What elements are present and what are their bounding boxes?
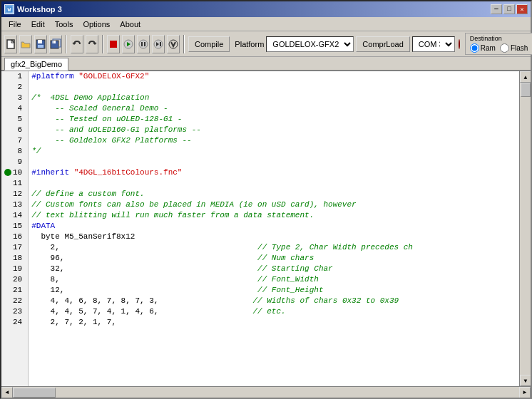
code-line-14: // text blitting will run much faster fr…: [31, 210, 516, 221]
code-editor[interactable]: #platform "GOLDELOX-GFX2"/* 4DSL Demo Ap…: [29, 71, 519, 386]
ram-label: Ram: [481, 44, 496, 52]
scroll-track-v[interactable]: [520, 83, 531, 375]
vertical-scrollbar[interactable]: ▲ ▼: [519, 71, 531, 386]
code-line-6: -- and uOLED160-G1 platforms --: [31, 125, 516, 135]
app-title: Workshop 3: [17, 5, 62, 14]
flash-radio[interactable]: [500, 43, 509, 53]
tab-bar: gfx2_BigDemo: [1, 57, 531, 71]
code-line-11: [31, 178, 516, 189]
separator-3: [183, 35, 185, 53]
scroll-thumb-v[interactable]: [521, 83, 531, 97]
svg-rect-6: [38, 40, 42, 43]
menu-about[interactable]: About: [116, 19, 145, 30]
code-line-18: 96, // Num chars: [31, 253, 516, 264]
platform-label: Platform: [235, 40, 264, 48]
destination-label: Destination: [470, 35, 528, 42]
run-button[interactable]: [122, 35, 135, 53]
menu-tools[interactable]: Tools: [51, 19, 78, 30]
ram-radio[interactable]: [470, 43, 479, 53]
code-line-15: #DATA: [31, 221, 516, 232]
destination-group: Destination Ram Flash: [465, 33, 532, 55]
menu-bar: File Edit Tools Options About: [1, 17, 531, 31]
scroll-left-button[interactable]: ◄: [1, 387, 13, 398]
flash-radio-label[interactable]: Flash: [500, 43, 528, 53]
scroll-track-h[interactable]: [13, 388, 519, 398]
svg-point-13: [139, 40, 148, 48]
save-button[interactable]: [34, 35, 47, 53]
scroll-thumb-h[interactable]: [13, 388, 56, 398]
close-button[interactable]: ✕: [516, 4, 528, 14]
toolbar: Compile Platform GOLDELOX-GFX2 ComprLoad…: [1, 31, 531, 57]
code-line-10: #inherit "4DGL_16bitColours.fnc": [31, 167, 516, 178]
svg-rect-11: [110, 41, 117, 48]
svg-text:W: W: [8, 6, 11, 13]
minimize-button[interactable]: —: [491, 4, 502, 14]
editor-container: 123456789101112131415161718192021222324 …: [1, 71, 531, 398]
code-line-3: /* 4DSL Demo Application: [31, 93, 516, 103]
step-button[interactable]: [152, 35, 165, 53]
scroll-right-button[interactable]: ►: [519, 387, 531, 398]
compile-button[interactable]: Compile: [188, 36, 230, 52]
scroll-down-button[interactable]: ▼: [520, 375, 531, 386]
code-line-7: -- Goldelox GFX2 Platforms --: [31, 135, 516, 146]
code-line-24: 2, 7, 2, 1, 7,: [31, 317, 516, 328]
menu-edit[interactable]: Edit: [27, 19, 49, 30]
pause-button[interactable]: [137, 35, 150, 53]
code-line-9: [31, 157, 516, 167]
svg-rect-15: [144, 42, 145, 46]
com-dropdown[interactable]: COM 3: [412, 36, 455, 52]
code-line-8: */: [31, 146, 516, 157]
open-button[interactable]: [19, 35, 32, 53]
line-numbers: 123456789101112131415161718192021222324: [1, 71, 29, 386]
flash-label: Flash: [511, 44, 528, 52]
menu-options[interactable]: Options: [78, 19, 114, 30]
code-line-23: 4, 4, 5, 7, 4, 1, 4, 6, // etc.: [31, 306, 516, 317]
title-bar: W Workshop 3 — □ ✕: [1, 1, 531, 17]
undo-button[interactable]: [71, 35, 83, 53]
code-line-1: #platform "GOLDELOX-GFX2": [31, 71, 516, 82]
svg-rect-17: [160, 42, 161, 46]
code-line-21: 12, // Font_Height: [31, 285, 516, 296]
separator-2: [102, 35, 103, 53]
redo-button[interactable]: [86, 35, 98, 53]
scroll-up-button[interactable]: ▲: [520, 71, 531, 83]
maximize-button[interactable]: □: [503, 4, 515, 14]
stop-button[interactable]: [107, 35, 120, 53]
new-button[interactable]: [4, 35, 17, 53]
platform-dropdown[interactable]: GOLDELOX-GFX2: [266, 36, 354, 52]
svg-rect-14: [141, 42, 143, 46]
tab-gfx2bigdemo[interactable]: gfx2_BigDemo: [4, 58, 68, 71]
code-line-16: byte M5_5anSerif8x12: [31, 232, 516, 242]
code-line-4: -- Scaled General Demo -: [31, 103, 516, 114]
code-line-5: -- Tested on uOLED-128-G1 -: [31, 114, 516, 125]
code-line-12: // define a custom font.: [31, 189, 516, 200]
ram-radio-label[interactable]: Ram: [470, 43, 496, 53]
code-line-2: [31, 82, 516, 93]
separator-1: [66, 35, 67, 53]
code-line-22: 4, 4, 6, 8, 7, 8, 7, 3, // Widths of cha…: [31, 296, 516, 306]
connection-status-dot: [459, 39, 460, 49]
saveall-button[interactable]: [49, 35, 62, 53]
code-line-17: 2, // Type 2, Char Width precedes ch: [31, 242, 516, 253]
app-icon: W: [4, 4, 14, 14]
comprload-button[interactable]: ComprLoad: [356, 36, 409, 52]
code-line-19: 32, // Starting Char: [31, 264, 516, 274]
svg-rect-7: [38, 45, 44, 48]
horizontal-scrollbar[interactable]: ◄ ►: [1, 386, 531, 398]
code-line-13: // Custom fonts can also be placed in ME…: [31, 200, 516, 210]
menu-file[interactable]: File: [4, 19, 26, 30]
build-button[interactable]: [167, 35, 180, 53]
code-line-20: 8, // Font_Width: [31, 274, 516, 285]
